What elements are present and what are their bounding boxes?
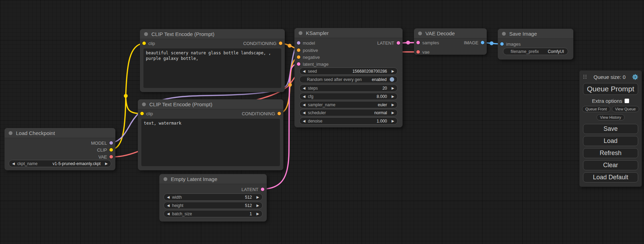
save-button[interactable]: Save <box>583 124 638 134</box>
conditioning-port[interactable] <box>277 112 281 115</box>
widget-value: 512 <box>245 195 256 200</box>
queue-panel-header: Queue size: 0 <box>583 73 638 80</box>
collapse-dot-icon[interactable] <box>144 32 148 36</box>
clear-button[interactable]: Clear <box>583 160 638 170</box>
toggle-dot-icon[interactable] <box>390 77 394 82</box>
decrement-arrow-icon[interactable]: ◀ <box>12 162 15 165</box>
load-default-button[interactable]: Load Default <box>583 172 638 182</box>
latent-port[interactable] <box>261 188 264 191</box>
node-empty-latent-image[interactable]: Empty Latent Image LATENT ◀ width 512 ▶ … <box>159 174 267 222</box>
steps-widget[interactable]: ◀ steps 20 ▶ <box>299 84 398 92</box>
increment-arrow-icon[interactable]: ▶ <box>105 162 108 165</box>
queue-front-button[interactable]: Queue Front <box>582 106 610 112</box>
node-header[interactable]: VAE Decode <box>414 28 487 38</box>
sampler-name-widget[interactable]: ◀ sampler_name euler ▶ <box>299 101 398 108</box>
prompt-textarea[interactable]: beautiful scenery nature glass bottle la… <box>143 48 281 88</box>
height-widget[interactable]: ◀ height 512 ▶ <box>164 202 263 209</box>
denoise-widget[interactable]: ◀ denoise 1.000 ▶ <box>299 117 398 125</box>
prompt-textarea[interactable]: text, watermark <box>141 119 280 166</box>
decrement-arrow-icon[interactable]: ◀ <box>303 119 306 123</box>
model-port[interactable] <box>297 41 300 45</box>
model-port[interactable] <box>109 141 113 145</box>
clip-port[interactable] <box>109 148 113 152</box>
extra-options-checkbox[interactable] <box>625 99 629 103</box>
collapse-dot-icon[interactable] <box>299 31 302 35</box>
collapse-dot-icon[interactable] <box>418 31 422 35</box>
gear-icon[interactable] <box>632 74 638 80</box>
width-widget[interactable]: ◀ width 512 ▶ <box>164 193 263 201</box>
decrement-arrow-icon[interactable]: ◀ <box>303 111 306 115</box>
node-header[interactable]: Save Image <box>498 29 573 39</box>
conditioning-port[interactable] <box>279 42 282 45</box>
node-clip-text-encode-positive[interactable]: CLIP Text Encode (Prompt) clip CONDITION… <box>140 29 285 92</box>
node-header[interactable]: Load Checkpoint <box>5 128 115 138</box>
node-load-checkpoint[interactable]: Load Checkpoint MODEL CLIP VAE ◀ ckpt_na… <box>5 128 115 170</box>
increment-arrow-icon[interactable]: ▶ <box>256 212 259 216</box>
increment-arrow-icon[interactable]: ▶ <box>391 95 394 98</box>
node-header[interactable]: CLIP Text Encode (Prompt) <box>138 99 283 109</box>
node-vae-decode[interactable]: VAE Decode samples vae IMAGE <box>414 28 487 55</box>
image-port[interactable] <box>481 41 484 44</box>
increment-arrow-icon[interactable]: ▶ <box>256 204 259 207</box>
collapse-dot-icon[interactable] <box>142 102 146 106</box>
input-negative: negative <box>297 54 320 61</box>
decrement-arrow-icon[interactable]: ◀ <box>167 196 170 199</box>
node-header[interactable]: Empty Latent Image <box>159 174 267 184</box>
ckpt-name-widget[interactable]: ◀ ckpt_name v1-5-pruned-emaonly.ckpt ▶ <box>9 160 111 167</box>
scheduler-widget[interactable]: ◀ scheduler normal ▶ <box>299 109 398 116</box>
node-clip-text-encode-negative[interactable]: CLIP Text Encode (Prompt) clip CONDITION… <box>138 99 283 170</box>
view-history-row: View History <box>583 114 638 120</box>
queue-prompt-button[interactable]: Queue Prompt <box>583 83 638 95</box>
node-title: CLIP Text Encode (Prompt) <box>151 31 214 37</box>
latent-port[interactable] <box>297 62 300 66</box>
port-label: LATENT <box>377 40 394 46</box>
seed-widget[interactable]: ◀ seed 156680208700286 ▶ <box>299 67 398 75</box>
latent-port[interactable] <box>416 41 420 44</box>
drag-handle-icon[interactable] <box>583 74 587 79</box>
increment-arrow-icon[interactable]: ▶ <box>391 119 394 123</box>
view-queue-button[interactable]: View Queue <box>612 106 639 112</box>
conditioning-port[interactable] <box>297 55 300 59</box>
conditioning-port[interactable] <box>297 48 300 52</box>
node-header[interactable]: KSampler <box>294 28 403 38</box>
widget-label: height <box>172 203 184 208</box>
collapse-dot-icon[interactable] <box>164 177 167 181</box>
collapse-dot-icon[interactable] <box>502 32 506 36</box>
decrement-arrow-icon[interactable]: ◀ <box>303 87 306 90</box>
image-port[interactable] <box>500 42 504 46</box>
port-label: CLIP <box>97 147 107 153</box>
output-clip: CLIP <box>97 146 113 153</box>
vae-port[interactable] <box>416 50 420 54</box>
random-seed-toggle-widget[interactable]: Random seed after every gen enabled <box>299 76 398 83</box>
widget-value: 1 <box>250 211 257 216</box>
load-button[interactable]: Load <box>583 136 638 146</box>
batch-size-widget[interactable]: ◀ batch_size 1 ▶ <box>164 210 263 217</box>
clip-port[interactable] <box>140 112 144 115</box>
output-vae: VAE <box>98 153 113 160</box>
node-ksampler[interactable]: KSampler model positive negative latent_… <box>294 28 403 127</box>
increment-arrow-icon[interactable]: ▶ <box>391 87 394 90</box>
increment-arrow-icon[interactable]: ▶ <box>391 103 394 107</box>
decrement-arrow-icon[interactable]: ◀ <box>303 95 306 98</box>
increment-arrow-icon[interactable]: ▶ <box>256 196 259 199</box>
decrement-arrow-icon[interactable]: ◀ <box>167 212 170 216</box>
clip-port[interactable] <box>142 42 146 45</box>
vae-port[interactable] <box>109 155 113 159</box>
collapse-dot-icon[interactable] <box>9 131 12 135</box>
filename-prefix-widget[interactable]: filename_prefix ComfyUI <box>503 48 568 55</box>
output-conditioning: CONDITIONING <box>243 40 282 47</box>
widget-label: sampler_name <box>308 102 335 107</box>
increment-arrow-icon[interactable]: ▶ <box>391 70 394 73</box>
refresh-button[interactable]: Refresh <box>583 148 638 158</box>
view-history-button[interactable]: View History <box>597 114 625 120</box>
input-images: images <box>500 40 521 47</box>
decrement-arrow-icon[interactable]: ◀ <box>167 204 170 207</box>
cfg-widget[interactable]: ◀ cfg 8.000 ▶ <box>299 93 398 100</box>
node-save-image[interactable]: Save Image images filename_prefix ComfyU… <box>498 29 573 60</box>
decrement-arrow-icon[interactable]: ◀ <box>303 70 306 73</box>
widget-label: seed <box>308 69 317 74</box>
decrement-arrow-icon[interactable]: ◀ <box>303 103 306 107</box>
node-header[interactable]: CLIP Text Encode (Prompt) <box>140 29 285 39</box>
latent-port[interactable] <box>397 41 400 45</box>
increment-arrow-icon[interactable]: ▶ <box>391 111 394 115</box>
